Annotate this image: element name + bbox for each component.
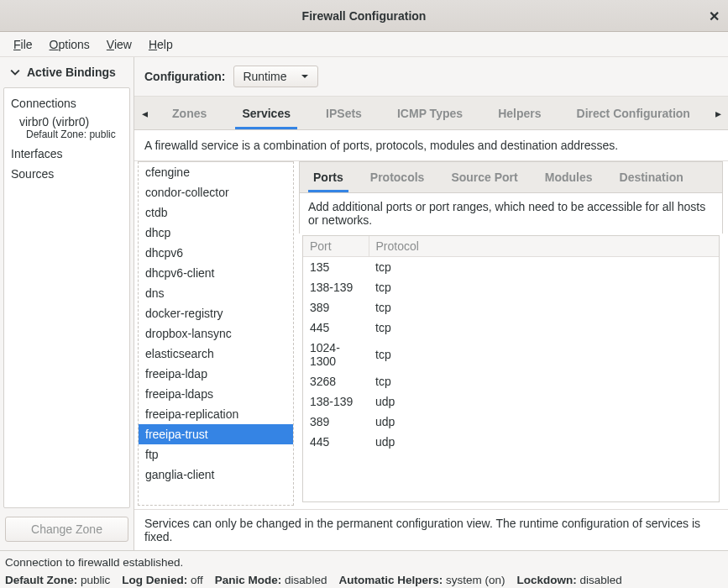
cell-protocol: tcp [369,277,719,297]
ports-col-protocol[interactable]: Protocol [369,236,719,257]
service-item[interactable]: dropbox-lansync [139,323,293,344]
status-default-zone: Default Zone: public [5,574,110,586]
service-item[interactable]: dns [139,283,293,303]
subtab-ports[interactable]: Ports [300,163,357,192]
tab-helpers[interactable]: Helpers [486,98,553,129]
subtab-modules[interactable]: Modules [532,163,606,192]
menu-view[interactable]: View [98,34,140,55]
side-panel-header[interactable]: Active Bindings [0,57,134,87]
cell-port: 445 [303,432,369,452]
service-item[interactable]: docker-registry [139,303,293,323]
menu-bar: File Options View Help [0,32,728,57]
cell-port: 3268 [303,371,369,391]
subtab-source-port[interactable]: Source Port [437,163,531,192]
tab-scroll-right[interactable]: ▸ [708,107,728,120]
service-detail: PortsProtocolsSource PortModulesDestinat… [294,161,728,509]
service-item[interactable]: ctdb [139,202,293,223]
ports-description: Add additional ports or port ranges, whi… [299,193,723,234]
service-description: A firewalld service is a combination of … [134,130,728,161]
status-automatic-helpers: Automatic Helpers: system (on) [338,574,505,586]
table-row[interactable]: 3268tcp [303,371,719,391]
table-row[interactable]: 135tcp [303,257,719,278]
menu-options[interactable]: Options [41,34,98,55]
cell-port: 389 [303,412,369,432]
table-row[interactable]: 138-139udp [303,391,719,412]
tab-zones[interactable]: Zones [160,98,218,129]
cell-protocol: tcp [369,297,719,318]
table-row[interactable]: 445tcp [303,318,719,338]
table-row[interactable]: 389udp [303,412,719,432]
footer-note: Services can only be changed in the perm… [134,509,728,550]
table-row[interactable]: 389tcp [303,297,719,318]
configuration-value: Runtime [243,70,286,83]
menu-file[interactable]: File [5,34,41,55]
tab-services[interactable]: Services [230,98,302,129]
ports-col-port[interactable]: Port [303,236,369,257]
tab-direct-configuration[interactable]: Direct Configuration [565,98,702,129]
main-panel: Configuration: Runtime ◂ ZonesServicesIP… [134,57,728,550]
service-item[interactable]: dhcp [139,223,293,243]
configuration-dropdown[interactable]: Runtime [233,66,317,87]
chevron-down-icon [10,67,20,77]
service-item[interactable]: freeipa-trust [139,424,293,444]
service-item[interactable]: freeipa-ldap [139,364,293,384]
tree-category-sources[interactable]: Sources [4,164,129,184]
tab-ipsets[interactable]: IPSets [314,98,374,129]
service-item[interactable]: elasticsearch [139,344,293,364]
cell-protocol: tcp [369,318,719,338]
cell-port: 1024-1300 [303,338,369,371]
tab-icmp-types[interactable]: ICMP Types [385,98,474,129]
service-item[interactable]: cfengine [139,162,293,182]
dropdown-arrow-icon [301,72,309,81]
tree-connection-zone: Default Zone: public [4,129,129,144]
service-item[interactable]: ftp [139,444,293,465]
cell-port: 135 [303,257,369,278]
cell-port: 138-139 [303,391,369,412]
service-item[interactable]: dhcpv6 [139,243,293,263]
cell-port: 389 [303,297,369,318]
cell-protocol: udp [369,391,719,412]
status-lockdown: Lockdown: disabled [516,574,621,586]
change-zone-button[interactable]: Change Zone [5,517,128,542]
ports-table-wrap: Port Protocol 135tcp138-139tcp389tcp445t… [302,235,720,502]
close-icon[interactable]: ✕ [709,8,720,24]
title-bar: Firewall Configuration ✕ [0,0,728,32]
table-row[interactable]: 445udp [303,432,719,452]
ports-table: Port Protocol 135tcp138-139tcp389tcp445t… [303,236,719,452]
cell-protocol: udp [369,412,719,432]
configuration-row: Configuration: Runtime [134,57,728,97]
side-panel: Active Bindings Connections virbr0 (virb… [0,57,134,550]
service-item[interactable]: condor-collector [139,182,293,202]
status-connection: Connection to firewalld established. [5,556,723,569]
bindings-tree[interactable]: Connections virbr0 (virbr0) Default Zone… [3,87,130,508]
table-row[interactable]: 1024-1300tcp [303,338,719,371]
menu-help[interactable]: Help [140,34,181,55]
top-tabstrip: ◂ ZonesServicesIPSetsICMP TypesHelpersDi… [134,97,728,130]
window-title: Firewall Configuration [302,9,427,23]
status-panic-mode: Panic Mode: disabled [215,574,327,586]
service-item[interactable]: ganglia-client [139,465,293,485]
service-item[interactable]: freeipa-replication [139,404,293,424]
table-row[interactable]: 138-139tcp [303,277,719,297]
subtab-destination[interactable]: Destination [606,163,697,192]
service-subtabstrip: PortsProtocolsSource PortModulesDestinat… [299,161,723,193]
cell-port: 138-139 [303,277,369,297]
tree-category-interfaces[interactable]: Interfaces [4,144,129,164]
cell-protocol: tcp [369,257,719,278]
cell-protocol: tcp [369,338,719,371]
service-list[interactable]: cfenginecondor-collectorctdbdhcpdhcpv6dh… [138,161,294,506]
status-log-denied: Log Denied: off [122,574,203,586]
tree-connection-item[interactable]: virbr0 (virbr0) [4,113,129,129]
cell-port: 445 [303,318,369,338]
tree-category-connections[interactable]: Connections [4,93,129,113]
service-item[interactable]: dhcpv6-client [139,263,293,283]
status-bar: Connection to firewalld established. Def… [0,550,728,588]
cell-protocol: udp [369,432,719,452]
side-panel-title: Active Bindings [27,66,116,79]
tab-scroll-left[interactable]: ◂ [134,107,155,120]
service-item[interactable]: freeipa-ldaps [139,384,293,404]
subtab-protocols[interactable]: Protocols [357,163,438,192]
cell-protocol: tcp [369,371,719,391]
configuration-label: Configuration: [144,70,225,83]
